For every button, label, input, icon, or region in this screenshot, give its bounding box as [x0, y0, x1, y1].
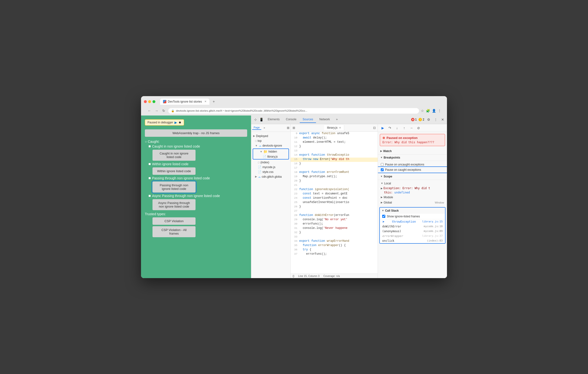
csp-violation-button[interactable]: CSP Violation	[153, 217, 196, 225]
tab-close-icon[interactable]: ✕	[204, 100, 207, 103]
tree-cdn[interactable]: ▶ ☁ cdn.glitch.globa	[251, 174, 290, 179]
close-devtools-icon[interactable]: ✕	[440, 117, 445, 122]
tab-network[interactable]: Network	[316, 116, 333, 123]
code-line: 21	[291, 183, 378, 188]
extensions-icon[interactable]: 🧩	[426, 109, 430, 113]
tab-elements[interactable]: Elements	[265, 116, 283, 123]
devtools-inspect-icon[interactable]: ⊹	[253, 117, 258, 122]
page-subtab[interactable]: Page	[252, 126, 261, 130]
passing-through-button[interactable]: Passing through non ignore listed code	[153, 182, 196, 192]
bullet-icon	[149, 145, 151, 147]
warning-badge: ! 2	[419, 118, 424, 121]
watch-toggle[interactable]: ▶ Watch	[378, 148, 447, 154]
error-badge: ✕ 1	[411, 118, 417, 121]
warning-count: 2	[423, 118, 424, 121]
within-ignore-button[interactable]: Within ignore listed code	[153, 167, 196, 175]
tree-index[interactable]: □ (index)	[251, 160, 290, 165]
tab-more[interactable]: »	[333, 116, 341, 123]
step-into-button[interactable]: ↓	[394, 125, 400, 131]
tree-mycode-js[interactable]: 📄 mycode.js	[251, 165, 290, 170]
tab-sources[interactable]: Sources	[300, 116, 316, 123]
tree-library-js[interactable]: 📄 library.js	[253, 154, 288, 159]
resume-button[interactable]: ▶	[380, 125, 386, 131]
step-button[interactable]: →	[409, 125, 414, 131]
expand-icon[interactable]: ⊡	[373, 126, 376, 130]
async-passing-button[interactable]: Async Passing through non ignore listed …	[153, 199, 196, 210]
call-stack-frame-4[interactable]: onclick (index):83	[380, 238, 445, 243]
module-scope-toggle[interactable]: ▶ Module	[378, 195, 447, 200]
record-icon[interactable]: ⏺	[178, 121, 181, 124]
call-stack-frame-2[interactable]: (anonymous) mycode.js:89	[380, 229, 445, 234]
code-line: 20 }	[291, 179, 378, 183]
address-bar: ← → ↻ 🔒 devtools-ignore-list-stories.gli…	[144, 107, 444, 116]
devtools-ignore-label: devtools-ignore	[262, 144, 282, 147]
breakpoints-toggle[interactable]: ▼ Breakpoints	[378, 154, 447, 161]
address-input[interactable]: 🔒 devtools-ignore-list-stories.glitch.me…	[168, 108, 419, 114]
editor-tab-close-icon[interactable]: ✕	[339, 126, 341, 129]
warning-circle: !	[419, 118, 422, 121]
tab-title: DevTools ignore list stories	[168, 100, 202, 103]
frame-location-1: mycode.js:18	[424, 225, 443, 228]
local-scope-toggle[interactable]: ▼ Local	[378, 181, 447, 186]
devtools-device-icon[interactable]: 📱	[258, 117, 264, 122]
menu-icon[interactable]: ⋮	[438, 109, 441, 113]
tree-top[interactable]: □ top	[251, 139, 290, 143]
close-button[interactable]	[144, 100, 147, 103]
call-stack-frame-0[interactable]: ➤ throwException library.js:15	[380, 219, 445, 224]
tab-bar: DevTools ignore list stories ✕ +	[160, 98, 216, 105]
play-icon[interactable]: ▶	[175, 120, 177, 124]
subtab-more[interactable]: »	[262, 126, 266, 130]
step-out-button[interactable]: ↑	[401, 125, 407, 131]
bookmark-icon[interactable]: ☆	[421, 109, 424, 113]
settings-icon[interactable]: ⚙	[426, 117, 431, 122]
show-ignore-listed-checkbox[interactable]: Show ignore-listed frames	[380, 214, 445, 219]
editor-tab-library[interactable]: library.js ✕	[324, 125, 344, 130]
tree-devtools-ignore[interactable]: ▼ ☁ devtools-ignore	[251, 143, 290, 148]
hidden-label: hidden	[268, 150, 277, 153]
error-count: 1	[415, 118, 417, 121]
maximize-button[interactable]	[153, 100, 155, 103]
profile-icon[interactable]: 👤	[432, 109, 436, 113]
call-stack-toggle[interactable]: ▼ Call Stack	[380, 208, 445, 214]
pause-uncaught-input[interactable]	[381, 163, 384, 166]
tab-console[interactable]: Console	[283, 116, 299, 123]
csp-violation-all-button[interactable]: CSP Violation - All frames	[153, 226, 196, 237]
status-coverage: Coverage: n/a	[323, 275, 340, 278]
new-tab-button[interactable]: +	[211, 99, 216, 104]
bullet-icon-2	[149, 163, 151, 165]
forward-button[interactable]: →	[154, 108, 159, 113]
step-over-button[interactable]: ↷	[387, 125, 393, 131]
code-line: 24 const insertionPoint = doc	[291, 196, 378, 201]
sidebar-toggle[interactable]: ⊞	[287, 126, 289, 130]
tree-style-css[interactable]: 📄 style.css	[251, 170, 290, 174]
pause-uncaught-checkbox[interactable]: Pause on uncaught exceptions	[378, 162, 447, 167]
exception-panel: ⊗ Paused on exception Error: Why did thi…	[380, 134, 445, 146]
pause-caught-input[interactable]	[381, 168, 384, 171]
call-stack-frame-3[interactable]: errorWrapper library.js:37	[380, 234, 445, 238]
deactivate-breakpoints-button[interactable]: ⊘	[416, 125, 421, 131]
frame-name-4: onclick	[382, 239, 394, 243]
frame-location-2: mycode.js:89	[424, 230, 443, 233]
bullet-icon-3	[149, 177, 151, 179]
code-line: 9 export async function unsafeS	[291, 132, 378, 136]
module-arrow: ▶	[381, 196, 383, 198]
active-frame-indicator: ➤	[382, 220, 385, 223]
caught-non-ignore-button[interactable]: Caught in non ignore listed code	[153, 150, 196, 161]
browser-tab[interactable]: DevTools ignore list stories ✕	[160, 98, 209, 105]
back-button[interactable]: ←	[147, 108, 152, 113]
call-stack-frame-1[interactable]: doWithError mycode.js:18	[380, 224, 445, 229]
show-ignore-listed-input[interactable]	[382, 215, 385, 218]
tree-deployed[interactable]: ▶ Deployed	[251, 134, 290, 139]
devtools-more-icon[interactable]: ⋮	[433, 117, 438, 122]
pause-caught-checkbox[interactable]: Pause on caught exceptions	[378, 167, 447, 172]
global-scope-toggle[interactable]: ▶ Global Window	[378, 200, 447, 205]
tree-hidden-folder[interactable]: ▼ 📁 hidden	[253, 149, 288, 154]
sidebar-collapse-icon[interactable]: ⊞	[293, 126, 295, 130]
code-line: 31 console.log('Never happene	[291, 226, 378, 231]
deployed-label: Deployed	[256, 134, 268, 138]
minimize-button[interactable]	[148, 100, 151, 103]
refresh-button[interactable]: ↻	[161, 108, 166, 113]
scope-toggle[interactable]: ▼ Scope	[378, 173, 447, 180]
webassembly-button[interactable]: WebAssembly trap - no JS frames	[145, 129, 247, 137]
cloud-folder-arrow: ▼	[255, 144, 258, 147]
